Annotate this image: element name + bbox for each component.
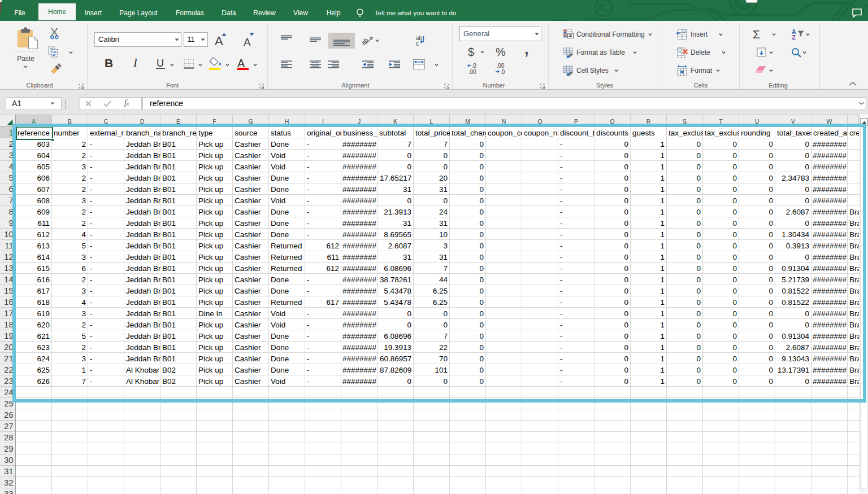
svg-text:.0: .0 (472, 63, 477, 69)
svg-text:.0: .0 (500, 69, 505, 75)
svg-text:ab: ab (416, 35, 423, 41)
svg-text:.00: .00 (468, 69, 476, 75)
svg-text:c: c (416, 41, 419, 47)
svg-text:.00: .00 (497, 63, 505, 69)
svg-text:Z: Z (792, 34, 796, 41)
